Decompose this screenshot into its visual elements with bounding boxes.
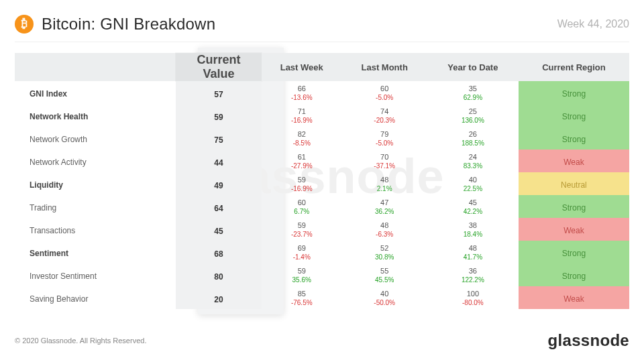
cell-last-month-pct: 30.8% <box>342 253 427 263</box>
col-header-last-week: Last Week <box>262 53 342 81</box>
cell-ytd: 35 <box>427 81 519 93</box>
cell-ytd: 25 <box>427 104 519 116</box>
col-header-ytd: Year to Date <box>427 53 519 81</box>
cell-last-week-pct: -1.4% <box>262 253 342 263</box>
cell-last-week: 85 <box>262 286 342 298</box>
cell-ytd: 38 <box>427 218 519 230</box>
cell-last-week-pct: -16.9% <box>262 116 342 127</box>
cell-ytd-pct: 18.4% <box>427 230 519 241</box>
cell-last-week: 69 <box>262 241 342 253</box>
cell-last-month-pct: -5.0% <box>342 93 427 104</box>
cell-last-week-pct: -13.6% <box>262 93 342 104</box>
brand-wordmark: glassnode <box>548 331 629 350</box>
row-label: Transactions <box>15 218 176 241</box>
col-header-region: Current Region <box>519 53 629 81</box>
cell-last-month-pct: 45.5% <box>342 276 427 286</box>
cell-last-month-pct: 2.1% <box>342 184 427 195</box>
row-label: Network Health <box>15 104 176 127</box>
cell-last-month: 52 <box>342 241 427 253</box>
cell-ytd: 24 <box>427 149 519 162</box>
cell-last-week: 59 <box>262 172 342 184</box>
cell-current: 44 <box>176 149 262 172</box>
cell-last-month: 60 <box>342 81 427 93</box>
col-header-blank <box>15 53 176 81</box>
cell-last-month: 47 <box>342 195 427 207</box>
cell-region: Weak <box>519 286 629 309</box>
table-row: Transactions45594838Weak <box>15 218 629 230</box>
cell-ytd: 100 <box>427 286 519 298</box>
cell-current: 49 <box>176 172 262 195</box>
cell-last-month-pct: -37.1% <box>342 162 427 172</box>
table-row: Trading64604745Strong <box>15 195 629 207</box>
row-label: GNI Index <box>15 81 176 104</box>
col-header-current: Current Value <box>176 53 262 81</box>
cell-last-week: 66 <box>262 81 342 93</box>
col-header-last-month: Last Month <box>342 53 427 81</box>
table-row: Investor Sentiment80595536Strong <box>15 263 629 276</box>
cell-last-month: 74 <box>342 104 427 116</box>
cell-last-week: 61 <box>262 149 342 162</box>
cell-last-month-pct: -20.3% <box>342 116 427 127</box>
row-label: Network Activity <box>15 149 176 172</box>
cell-last-month: 70 <box>342 149 427 162</box>
cell-ytd-pct: -80.0% <box>427 298 519 309</box>
table-row: Saving Behavior208540100Weak <box>15 286 629 298</box>
cell-last-week-pct: -23.7% <box>262 230 342 241</box>
row-label: Trading <box>15 195 176 218</box>
cell-last-week-pct: -27.9% <box>262 162 342 172</box>
cell-region: Strong <box>519 81 629 104</box>
cell-last-week-pct: -76.5% <box>262 298 342 309</box>
cell-region: Strong <box>519 127 629 149</box>
row-label: Saving Behavior <box>15 286 176 309</box>
row-label: Sentiment <box>15 241 176 263</box>
cell-region: Strong <box>519 263 629 286</box>
cell-last-month: 79 <box>342 127 427 139</box>
cell-ytd-pct: 62.9% <box>427 93 519 104</box>
cell-ytd-pct: 188.5% <box>427 139 519 149</box>
divider <box>15 42 629 42</box>
cell-region: Strong <box>519 195 629 218</box>
table-row: Sentiment68695248Strong <box>15 241 629 253</box>
table-row: Network Health59717425Strong <box>15 104 629 116</box>
table-row: Liquidity49594840Neutral <box>15 172 629 184</box>
cell-current: 80 <box>176 263 262 286</box>
cell-ytd: 48 <box>427 241 519 253</box>
cell-last-month: 55 <box>342 263 427 276</box>
cell-last-week: 82 <box>262 127 342 139</box>
page-footer: © 2020 Glassnode. All Rights Reserved. g… <box>15 331 629 350</box>
cell-ytd-pct: 122.2% <box>427 276 519 286</box>
table-header-row: Current Value Last Week Last Month Year … <box>15 53 629 81</box>
cell-last-week-pct: -16.9% <box>262 184 342 195</box>
cell-ytd-pct: 22.5% <box>427 184 519 195</box>
cell-current: 59 <box>176 104 262 127</box>
cell-region: Weak <box>519 149 629 172</box>
cell-last-month-pct: 36.2% <box>342 207 427 218</box>
table-row: Network Activity44617024Weak <box>15 149 629 162</box>
cell-last-month: 40 <box>342 286 427 298</box>
row-label: Investor Sentiment <box>15 263 176 286</box>
cell-ytd: 36 <box>427 263 519 276</box>
cell-current: 20 <box>176 286 262 309</box>
cell-current: 75 <box>176 127 262 149</box>
cell-current: 45 <box>176 218 262 241</box>
table-row: Network Growth75827926Strong <box>15 127 629 139</box>
cell-last-month-pct: -5.0% <box>342 139 427 149</box>
table-container: glassnode Current Value Last Week Last M… <box>15 53 629 309</box>
row-label: Liquidity <box>15 172 176 195</box>
cell-region: Strong <box>519 241 629 263</box>
cell-last-week: 59 <box>262 263 342 276</box>
cell-last-week: 60 <box>262 195 342 207</box>
cell-region: Neutral <box>519 172 629 195</box>
cell-ytd-pct: 42.2% <box>427 207 519 218</box>
cell-ytd-pct: 136.0% <box>427 116 519 127</box>
copyright-text: © 2020 Glassnode. All Rights Reserved. <box>15 337 146 345</box>
gni-table: Current Value Last Week Last Month Year … <box>15 53 629 309</box>
cell-ytd: 45 <box>427 195 519 207</box>
table-row: GNI Index57666035Strong <box>15 81 629 93</box>
cell-last-week-pct: 6.7% <box>262 207 342 218</box>
cell-current: 64 <box>176 195 262 218</box>
bitcoin-logo-icon: ₿ <box>15 15 34 34</box>
cell-last-month: 48 <box>342 218 427 230</box>
cell-ytd: 40 <box>427 172 519 184</box>
cell-ytd: 26 <box>427 127 519 139</box>
